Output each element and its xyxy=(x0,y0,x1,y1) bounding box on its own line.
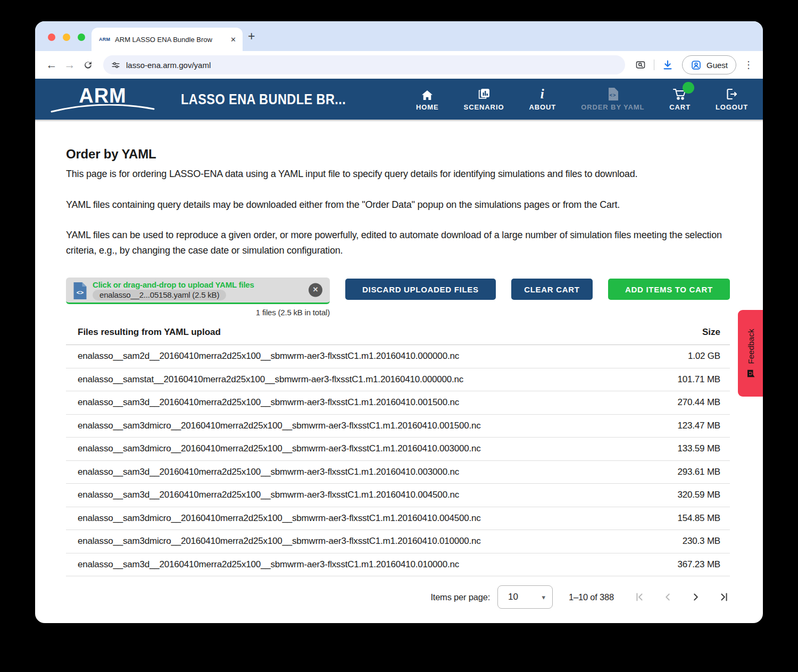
cart-badge xyxy=(683,82,694,94)
tab-close-icon[interactable]: ✕ xyxy=(230,36,236,44)
table-row[interactable]: enalasso__sam3dmicro__20160410merra2d25x… xyxy=(66,415,730,438)
pagination: Items per page: 10 ▾ 1–10 of 388 xyxy=(66,585,730,609)
zoom-window-button[interactable] xyxy=(78,33,85,41)
nav-items: HOME SCENARIO i ABOUT xyxy=(416,87,748,111)
yaml-upload-dropzone[interactable]: <> Click or drag-and-drop to upload YAML… xyxy=(66,278,330,304)
feedback-smiley-icon xyxy=(746,368,755,378)
tab-strip: ARM ARM LASSO ENA Bundle Brow ✕ + xyxy=(35,21,763,51)
table-row[interactable]: enalasso__sam3d__20160410merra2d25x100__… xyxy=(66,484,730,507)
file-table-header: Files resulting from YAML upload Size xyxy=(66,324,730,345)
upload-prompt: Click or drag-and-drop to upload YAML fi… xyxy=(93,280,323,289)
window-controls xyxy=(48,33,85,41)
arm-logo[interactable]: ARM xyxy=(50,86,155,113)
arm-logo-text: ARM xyxy=(50,86,155,105)
arm-favicon-icon: ARM xyxy=(99,37,110,42)
table-row[interactable]: enalasso__sam3d__20160410merra2d25x100__… xyxy=(66,461,730,484)
items-per-page-value: 10 xyxy=(508,592,518,602)
logout-icon xyxy=(725,87,738,100)
remove-file-icon[interactable]: ✕ xyxy=(309,283,322,297)
nav-item-scenario[interactable]: SCENARIO xyxy=(464,87,504,111)
table-row[interactable]: enalasso__sam3dmicro__20160410merra2d25x… xyxy=(66,507,730,531)
nav-item-home[interactable]: HOME xyxy=(416,87,439,111)
discard-uploaded-files-button[interactable]: DISCARD UPLOADED FILES xyxy=(345,279,496,300)
previous-page-icon xyxy=(662,591,674,603)
intro-paragraph-3: YAML files can be used to reproduce a gi… xyxy=(66,228,730,258)
select-caret-icon: ▾ xyxy=(542,593,546,601)
page-content: Order by YAML This page is for ordering … xyxy=(35,147,763,609)
pager-controls xyxy=(634,591,730,603)
reload-button[interactable] xyxy=(79,60,97,70)
app-title: LASSO ENA BUNDLE BR... xyxy=(181,91,346,108)
header-size: Size xyxy=(702,327,720,338)
page-title: Order by YAML xyxy=(66,147,730,162)
browser-menu-icon[interactable]: ⋮ xyxy=(742,59,755,71)
svg-text:<>: <> xyxy=(77,289,84,296)
browser-tab[interactable]: ARM ARM LASSO ENA Bundle Brow ✕ xyxy=(92,28,243,51)
site-navbar: ARM LASSO ENA BUNDLE BR... HOME xyxy=(35,79,763,121)
upload-file-icon: <> xyxy=(73,282,87,299)
site-info-icon[interactable] xyxy=(111,61,120,70)
items-per-page-label: Items per page: xyxy=(430,592,490,602)
first-page-icon xyxy=(634,591,645,603)
guest-avatar-icon xyxy=(691,60,702,71)
upload-summary: 1 files (2.5 kB in total) xyxy=(66,308,330,317)
browser-toolbar: ← → lasso-ena.arm.gov/yaml xyxy=(35,51,763,79)
cart-icon xyxy=(673,87,687,100)
nav-item-order-by-yaml: <> ORDER BY YAML xyxy=(581,87,644,111)
table-row[interactable]: enalasso__sam3d__20160410merra2d25x100__… xyxy=(66,391,730,415)
intro-paragraph-1: This page is for ordering LASSO-ENA data… xyxy=(66,166,730,182)
svg-text:<>: <> xyxy=(610,93,616,98)
close-window-button[interactable] xyxy=(48,33,55,41)
profile-chip[interactable]: Guest xyxy=(682,55,736,74)
last-page-icon[interactable] xyxy=(718,591,730,603)
table-row[interactable]: enalasso__sam3d__20160410merra2d25x100__… xyxy=(66,553,730,577)
uploaded-file-chip[interactable]: enalasso__2...05158.yaml (2.5 kB) xyxy=(93,290,226,300)
action-row: <> Click or drag-and-drop to upload YAML… xyxy=(66,278,730,304)
feedback-label: Feedback xyxy=(746,329,755,364)
about-icon: i xyxy=(541,87,545,100)
new-tab-button[interactable]: + xyxy=(248,29,255,44)
clear-cart-button[interactable]: CLEAR CART xyxy=(511,279,593,300)
minimize-window-button[interactable] xyxy=(63,33,70,41)
toolbar-divider xyxy=(654,60,654,70)
scenario-icon xyxy=(478,87,491,100)
next-page-icon[interactable] xyxy=(690,591,702,603)
add-items-to-cart-button[interactable]: ADD ITEMS TO CART xyxy=(608,279,730,300)
nav-item-cart[interactable]: CART xyxy=(669,87,691,111)
intro-paragraph-2: YAML files containing query details may … xyxy=(66,197,730,213)
items-per-page-select[interactable]: 10 ▾ xyxy=(497,585,553,609)
url-text: lasso-ena.arm.gov/yaml xyxy=(126,61,211,70)
home-icon xyxy=(421,87,433,100)
nav-item-about[interactable]: i ABOUT xyxy=(529,87,556,111)
forward-button: → xyxy=(61,58,79,71)
tab-search-icon[interactable] xyxy=(631,60,650,70)
table-row[interactable]: enalasso__sam3dmicro__20160410merra2d25x… xyxy=(66,438,730,461)
table-row[interactable]: enalasso__sam2d__20160410merra2d25x100__… xyxy=(66,345,730,368)
browser-window: ARM ARM LASSO ENA Bundle Brow ✕ + ← → la… xyxy=(35,21,763,623)
header-files: Files resulting from YAML upload xyxy=(78,327,221,338)
downloads-icon[interactable] xyxy=(659,59,677,71)
tab-title: ARM LASSO ENA Bundle Brow xyxy=(115,36,226,44)
yaml-file-icon: <> xyxy=(608,87,618,100)
back-button[interactable]: ← xyxy=(43,58,61,71)
profile-label: Guest xyxy=(706,61,728,70)
pagination-range: 1–10 of 388 xyxy=(569,592,614,602)
table-row[interactable]: enalasso__sam3dmicro__20160410merra2d25x… xyxy=(66,530,730,553)
nav-item-logout[interactable]: LOGOUT xyxy=(716,87,748,111)
feedback-tab[interactable]: Feedback xyxy=(738,310,763,397)
table-row[interactable]: enalasso__samstat__20160410merra2d25x100… xyxy=(66,368,730,392)
address-bar[interactable]: lasso-ena.arm.gov/yaml xyxy=(103,55,625,74)
arm-logo-swoosh xyxy=(51,104,155,113)
file-table: Files resulting from YAML upload Size en… xyxy=(66,324,730,576)
